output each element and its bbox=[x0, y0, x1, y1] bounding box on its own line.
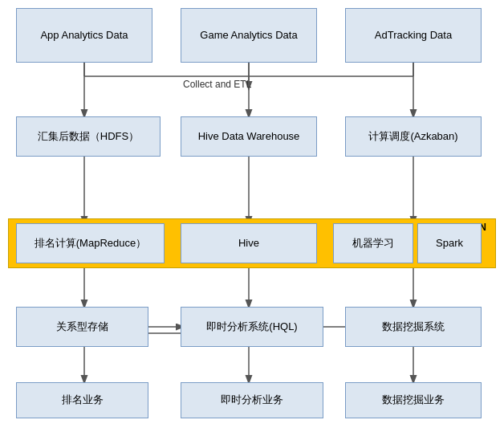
hive-box: Hive bbox=[181, 223, 317, 263]
hive-dw-box: Hive Data Warehouse bbox=[181, 116, 317, 157]
relational-box: 关系型存储 bbox=[16, 307, 148, 347]
datamining-biz-box: 数据挖掘业务 bbox=[345, 382, 482, 418]
game-analytics-box: Game Analytics Data bbox=[181, 8, 317, 63]
diagram: App Analytics Data Game Analytics Data A… bbox=[0, 0, 504, 428]
hdfs-box: 汇集后数据（HDFS） bbox=[16, 116, 161, 157]
ad-tracking-box: AdTracking Data bbox=[345, 8, 482, 63]
azkaban-box: 计算调度(Azkaban) bbox=[345, 116, 482, 157]
app-analytics-box: App Analytics Data bbox=[16, 8, 152, 63]
realtime-box: 即时分析系统(HQL) bbox=[181, 307, 323, 347]
ranking-biz-box: 排名业务 bbox=[16, 382, 148, 418]
mapreduce-box: 排名计算(MapReduce） bbox=[16, 223, 165, 263]
datamining-box: 数据挖掘系统 bbox=[345, 307, 482, 347]
spark-box: Spark bbox=[417, 223, 482, 263]
ml-box: 机器学习 bbox=[333, 223, 413, 263]
collect-etl-label: Collect and ETL bbox=[183, 79, 251, 90]
realtime-biz-box: 即时分析业务 bbox=[181, 382, 323, 418]
arrows-overlay bbox=[0, 0, 504, 428]
